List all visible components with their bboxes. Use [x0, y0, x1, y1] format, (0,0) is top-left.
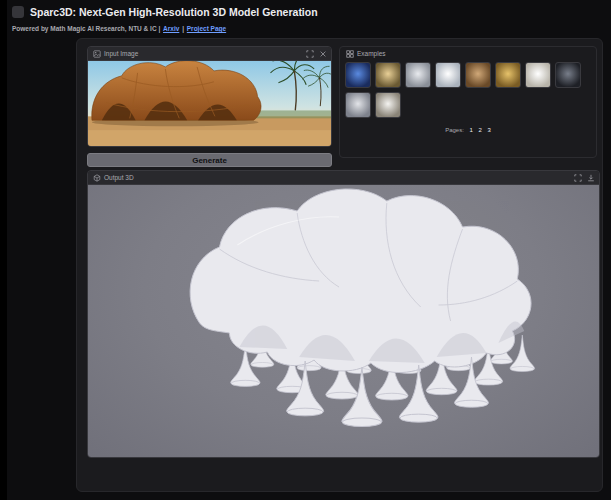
project-page-link[interactable]: Project Page: [187, 25, 226, 32]
example-thumb-gold-statue-group[interactable]: [495, 62, 521, 88]
fullscreen-icon[interactable]: [573, 173, 582, 182]
examples-label: Examples: [357, 50, 386, 57]
left-edge-strip: [0, 0, 7, 500]
image-icon: [92, 49, 101, 58]
example-thumb-blue-crystal-dragon[interactable]: [345, 62, 371, 88]
input-image-panel-header: Input Image: [88, 47, 331, 61]
download-icon[interactable]: [586, 173, 595, 182]
examples-header: Examples: [340, 47, 596, 60]
output-3d-model: [88, 185, 599, 458]
cube-icon: [92, 173, 101, 182]
input-image-preview[interactable]: [88, 61, 331, 147]
input-image-panel: Input Image: [87, 46, 332, 147]
examples-grid: [340, 60, 596, 120]
output-3d-panel: Output 3D: [87, 170, 600, 458]
input-image-label: Input Image: [104, 50, 138, 57]
beach-pavilion-photo: [88, 61, 331, 147]
example-thumb-silver-dragon[interactable]: [405, 62, 431, 88]
example-thumb-white-eagle[interactable]: [435, 62, 461, 88]
example-thumb-silver-lion-head[interactable]: [345, 92, 371, 118]
site-logo[interactable]: [12, 6, 24, 18]
subtitle-text: Powered by Math Magic AI Research, NTU &…: [12, 25, 160, 32]
expand-icon[interactable]: [305, 49, 314, 58]
3d-viewport[interactable]: [88, 185, 599, 458]
arxiv-link[interactable]: Arxiv: [163, 25, 179, 32]
output-3d-panel-header: Output 3D: [88, 171, 599, 185]
page-2[interactable]: 2: [479, 127, 482, 133]
page-1[interactable]: 1: [469, 127, 472, 133]
grid-icon: [345, 49, 354, 58]
app-container: Input Image: [76, 38, 603, 492]
link-separator: |: [182, 25, 184, 32]
example-thumb-bronze-owl[interactable]: [465, 62, 491, 88]
examples-pagination: Pages: 1 2 3: [340, 127, 596, 133]
page-title: Sparc3D: Next-Gen High-Resolution 3D Mod…: [30, 6, 318, 18]
example-thumb-spider[interactable]: [375, 92, 401, 118]
examples-panel: Examples Pages: 1 2 3: [339, 46, 597, 158]
example-thumb-dark-robot[interactable]: [555, 62, 581, 88]
example-thumb-deer-skull[interactable]: [525, 62, 551, 88]
output-3d-label: Output 3D: [104, 174, 134, 181]
example-thumb-gold-ring[interactable]: [375, 62, 401, 88]
pages-label: Pages:: [445, 127, 464, 133]
page-3[interactable]: 3: [488, 127, 491, 133]
close-icon[interactable]: [318, 49, 327, 58]
subtitle: Powered by Math Magic AI Research, NTU &…: [12, 25, 227, 32]
generate-button[interactable]: Generate: [87, 153, 332, 167]
